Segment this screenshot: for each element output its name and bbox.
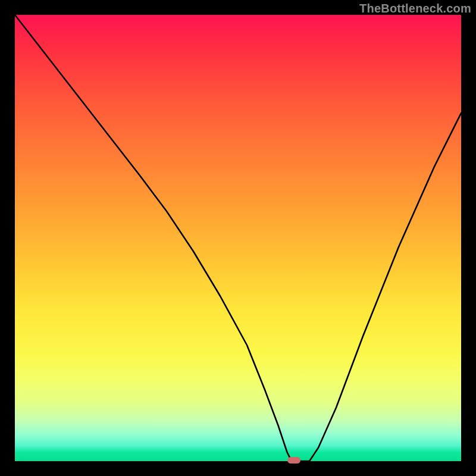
bottleneck-chart: TheBottleneck.com <box>0 0 476 476</box>
optimal-marker <box>287 457 300 464</box>
curve-layer <box>15 15 461 461</box>
watermark-text: TheBottleneck.com <box>359 2 471 15</box>
plot-area <box>15 15 461 461</box>
bottleneck-curve-path <box>15 15 461 461</box>
